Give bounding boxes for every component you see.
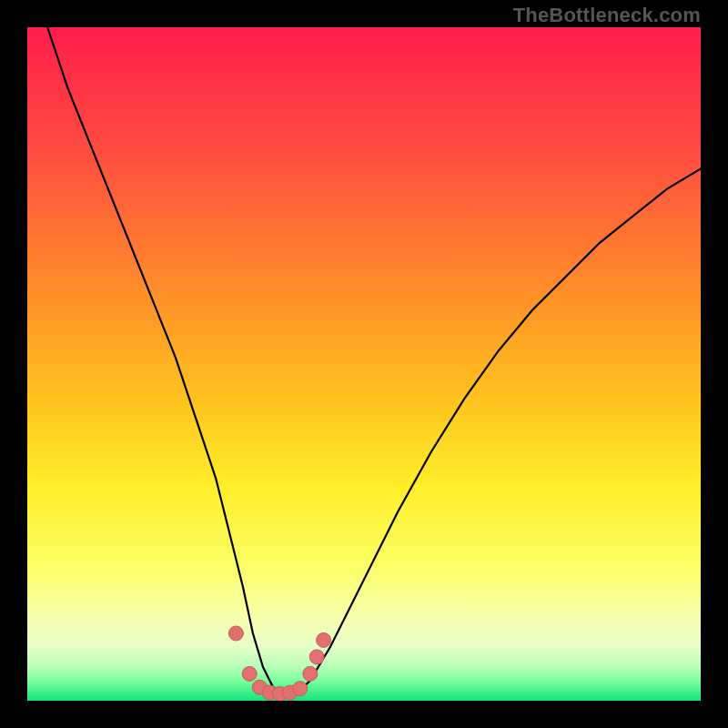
marker-dot	[303, 666, 318, 681]
marker-dot	[293, 682, 308, 696]
chart-container: TheBottleneck.com	[0, 0, 728, 728]
bottleneck-curve	[27, 27, 701, 694]
marker-dot	[317, 632, 331, 647]
plot-area	[27, 27, 701, 701]
watermark-text: TheBottleneck.com	[513, 4, 701, 27]
marker-dot	[228, 626, 243, 641]
valley-markers	[228, 626, 330, 701]
curve-layer	[27, 27, 701, 701]
marker-dot	[242, 666, 257, 681]
marker-dot	[309, 650, 324, 664]
